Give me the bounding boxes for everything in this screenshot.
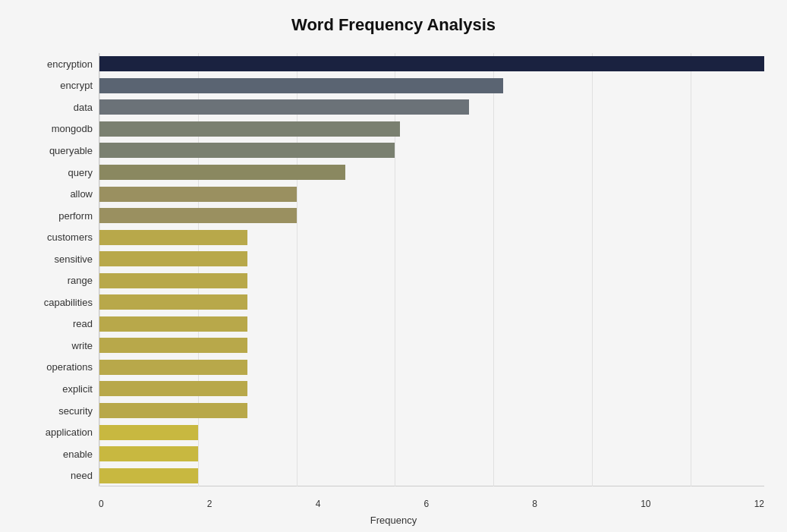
bar-range	[99, 273, 247, 288]
bar-row-customers	[99, 228, 764, 247]
bar-read	[99, 316, 247, 332]
bar-row-read	[99, 314, 764, 334]
y-label-range: range	[68, 271, 93, 291]
bar-row-write	[99, 335, 764, 355]
bar-customers	[99, 230, 247, 245]
y-label-explicit: explicit	[62, 379, 93, 398]
y-label-query: query	[68, 162, 93, 182]
y-label-data: data	[74, 97, 93, 117]
y-label-encrypt: encrypt	[60, 76, 93, 96]
bar-row-perform	[99, 206, 764, 225]
grid-line	[493, 53, 494, 486]
y-label-capabilities: capabilities	[44, 292, 93, 312]
bar-row-range	[99, 271, 764, 291]
bar-row-allow	[99, 184, 764, 204]
bar-row-need	[99, 466, 764, 486]
y-axis-labels: encryptionencryptdatamongodbqueryableque…	[23, 53, 99, 486]
chart-container: Word Frequency Analysis encryptionencryp…	[0, 0, 787, 532]
x-axis-tick: 10	[641, 499, 650, 509]
x-axis-tick: 12	[754, 499, 764, 509]
y-label-allow: allow	[70, 184, 93, 204]
grid-line	[198, 53, 199, 486]
bar-security	[99, 403, 247, 418]
bar-capabilities	[99, 294, 247, 310]
x-axis-labels: 024681012	[99, 499, 764, 509]
bar-row-security	[99, 401, 764, 420]
bar-query	[99, 165, 345, 180]
bar-write	[99, 338, 247, 353]
bar-allow	[99, 187, 297, 202]
chart-title: Word Frequency Analysis	[291, 15, 496, 35]
bar-row-queryable	[99, 140, 764, 160]
bar-row-encrypt	[99, 76, 764, 96]
bar-mongodb	[99, 121, 400, 137]
x-axis-tick: 0	[99, 499, 104, 509]
bar-row-explicit	[99, 379, 764, 398]
bar-sensitive	[99, 251, 247, 266]
y-label-write: write	[72, 335, 93, 355]
bar-row-data	[99, 97, 764, 117]
bar-perform	[99, 208, 297, 223]
y-label-encryption: encryption	[47, 54, 93, 74]
grid-lines	[99, 53, 764, 486]
x-axis-title: Frequency	[23, 515, 764, 526]
y-label-enable: enable	[63, 444, 93, 464]
bar-row-encryption	[99, 54, 764, 74]
bar-encryption	[99, 56, 764, 71]
bar-operations	[99, 360, 247, 375]
x-axis-tick: 8	[532, 499, 537, 509]
bar-data	[99, 99, 469, 115]
grid-line	[297, 53, 297, 486]
grid-line	[395, 53, 395, 486]
y-label-application: application	[46, 423, 93, 442]
x-axis-tick: 4	[316, 499, 321, 509]
bar-row-mongodb	[99, 119, 764, 139]
bar-encrypt	[99, 78, 503, 93]
grid-line	[691, 53, 691, 486]
x-axis-tick: 6	[423, 499, 429, 509]
grid-line	[592, 53, 593, 486]
bar-need	[99, 468, 198, 483]
y-label-read: read	[73, 314, 93, 334]
bar-row-query	[99, 162, 764, 182]
bars-area	[99, 53, 764, 486]
y-label-perform: perform	[58, 206, 93, 225]
y-label-mongodb: mongodb	[52, 119, 93, 139]
bar-row-application	[99, 423, 764, 442]
y-label-need: need	[71, 466, 93, 486]
y-label-queryable: queryable	[49, 140, 93, 160]
x-axis-line	[99, 486, 764, 486]
grid-line	[99, 53, 100, 486]
bar-row-capabilities	[99, 292, 764, 312]
y-label-security: security	[58, 401, 93, 420]
x-axis-tick: 2	[207, 499, 212, 509]
bar-application	[99, 425, 198, 440]
bar-row-sensitive	[99, 249, 764, 269]
bar-enable	[99, 446, 198, 461]
chart-area: encryptionencryptdatamongodbqueryableque…	[23, 53, 764, 486]
bar-explicit	[99, 381, 247, 396]
y-label-sensitive: sensitive	[54, 249, 93, 269]
bar-row-operations	[99, 357, 764, 377]
bar-row-enable	[99, 444, 764, 464]
y-label-operations: operations	[46, 357, 93, 377]
y-label-customers: customers	[47, 228, 93, 247]
bar-queryable	[99, 143, 395, 158]
